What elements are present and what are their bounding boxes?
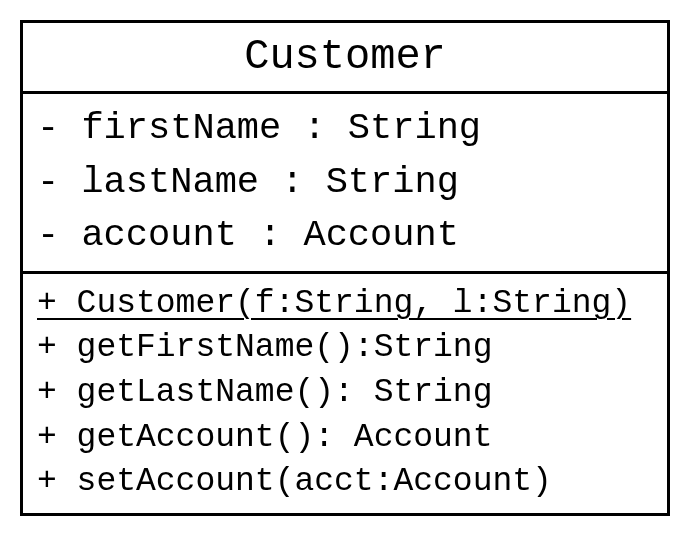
attribute-row: - firstName : String <box>37 102 653 156</box>
attribute-row: - account : Account <box>37 209 653 263</box>
method-row: + getAccount(): Account <box>37 416 653 461</box>
uml-class-box: Customer - firstName : String - lastName… <box>20 20 670 516</box>
method-row: + setAccount(acct:Account) <box>37 460 653 505</box>
method-row: + Customer(f:String, l:String) <box>37 282 653 327</box>
class-name: Customer <box>23 23 667 94</box>
method-row: + getFirstName():String <box>37 326 653 371</box>
attributes-section: - firstName : String - lastName : String… <box>23 94 667 274</box>
method-row: + getLastName(): String <box>37 371 653 416</box>
methods-section: + Customer(f:String, l:String) + getFirs… <box>23 274 667 513</box>
attribute-row: - lastName : String <box>37 156 653 210</box>
